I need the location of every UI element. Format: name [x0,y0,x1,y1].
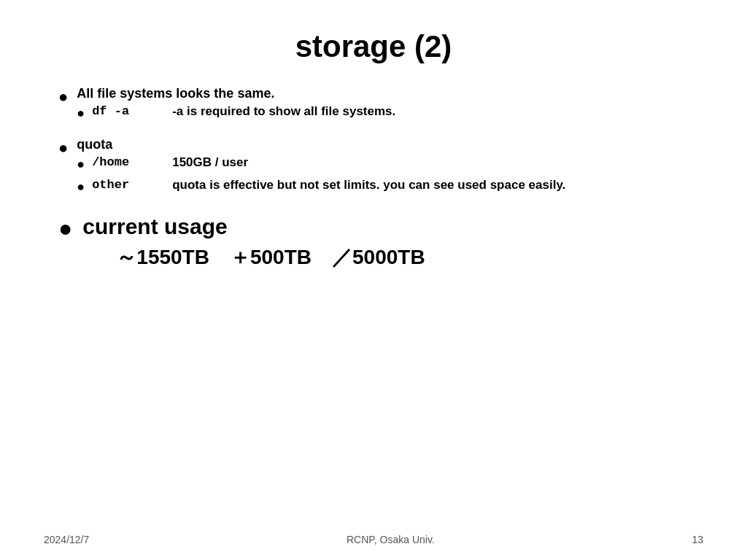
footer-page: 13 [692,534,703,545]
list-item-2: ● quota ● /home 150GB / user ● [58,137,703,203]
list-item-1: ● All file systems looks the same. ● df … [58,86,703,130]
sublist-1-item-1-content: df -a -a is required to show all file sy… [92,104,395,119]
sublist-2-item-1-value: 150GB / user [172,155,248,170]
sublist-1: ● df -a -a is required to show all file … [77,104,395,127]
sub-bullet-2-1: ● [77,155,85,174]
sublist-2-item-2-key: other [92,178,172,192]
list-item-2-content: quota ● /home 150GB / user ● [77,137,565,203]
list-item-2-text: quota [77,137,565,152]
sublist-2: ● /home 150GB / user ● other quota is ef… [77,155,565,201]
sublist-2-item-2-value: quota is effective but not set limits. y… [172,178,565,192]
sublist-2-item-2-content: other quota is effective but not set lim… [92,178,565,192]
main-list: ● All file systems looks the same. ● df … [58,86,703,204]
sub-bullet-1-1: ● [77,104,85,122]
current-usage-bullet: ● [58,214,72,242]
sublist-1-item-1: ● df -a -a is required to show all file … [77,104,395,122]
slide-footer: 2024/12/7 RCNP, Osaka Univ. 13 [44,534,703,545]
slide-content: ● All file systems looks the same. ● df … [44,86,703,524]
slide: storage (2) ● All file systems looks the… [0,0,747,560]
list-item-1-content: All file systems looks the same. ● df -a… [77,86,395,130]
footer-center: RCNP, Osaka Univ. [347,534,435,545]
current-usage-section: ● current usage ～1550TB ＋500TB ／5000TB [58,214,703,271]
sublist-1-item-1-key: df -a [92,104,172,119]
list-item-1-text: All file systems looks the same. [77,86,395,101]
slide-title: storage (2) [44,29,703,64]
sublist-2-item-1-content: /home 150GB / user [92,155,248,170]
current-usage-label: current usage [82,214,425,239]
bullet-1: ● [58,86,68,109]
sublist-2-item-1-key: /home [92,155,172,170]
current-usage-content: current usage ～1550TB ＋500TB ／5000TB [82,214,425,271]
current-usage-values: ～1550TB ＋500TB ／5000TB [116,244,425,271]
sub-bullet-2-2: ● [77,178,85,196]
bullet-2: ● [58,137,68,160]
sublist-2-item-1: ● /home 150GB / user [77,155,565,174]
sublist-2-item-2: ● other quota is effective but not set l… [77,178,565,196]
footer-date: 2024/12/7 [44,534,89,545]
sublist-1-item-1-value: -a is required to show all file systems. [172,104,395,119]
